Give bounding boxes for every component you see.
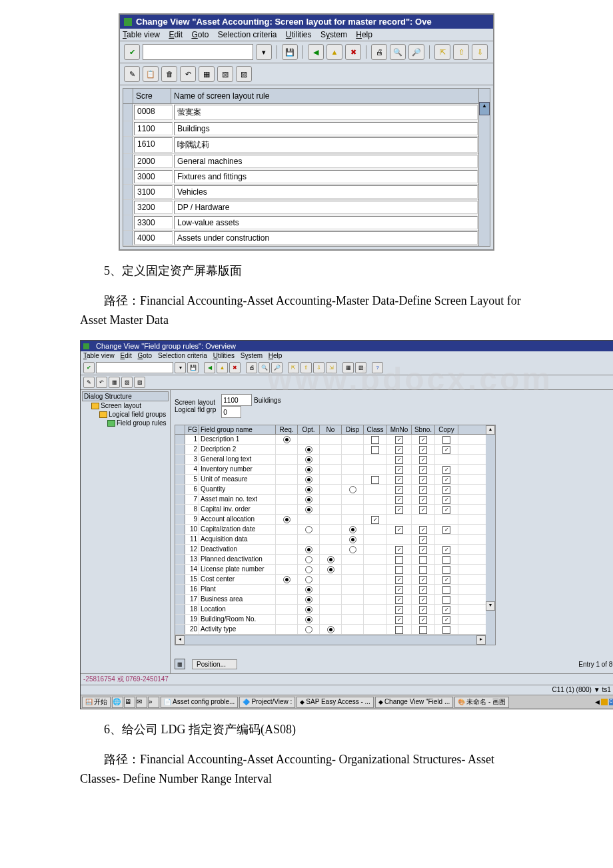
select-all-icon[interactable]: ▦ [109, 377, 120, 388]
exit-icon[interactable]: ▲ [326, 44, 342, 60]
checkbox-icon[interactable] [419, 526, 427, 534]
row-selector[interactable] [175, 595, 185, 604]
checkbox-icon[interactable] [419, 436, 427, 444]
enter-icon[interactable]: ✔ [124, 44, 140, 60]
row-selector[interactable] [175, 565, 185, 574]
cell-name[interactable]: Buildings [174, 122, 478, 135]
radio-icon[interactable] [305, 586, 312, 593]
cell-name[interactable]: General machines [174, 155, 478, 168]
position-button[interactable]: Position... [192, 659, 237, 669]
table-row[interactable]: 15 Cost center [175, 575, 486, 585]
checkbox-icon[interactable] [442, 476, 450, 484]
menu-table-view[interactable]: Table view [123, 30, 160, 39]
help-icon[interactable]: ? [372, 362, 383, 373]
new-entries-icon[interactable]: ✎ [124, 66, 140, 82]
cell-code[interactable]: 0008 [134, 105, 173, 120]
taskbar-item[interactable]: ◆Change View "Field ... [375, 697, 453, 708]
taskbar-item[interactable]: 🎨未命名 - 画图 [454, 697, 509, 708]
checkbox-icon[interactable] [371, 516, 379, 524]
row-selector[interactable] [175, 455, 185, 464]
checkbox-icon[interactable] [442, 466, 450, 474]
menu-bar-2[interactable]: Table view Edit Goto Selection criteria … [81, 351, 613, 361]
checkbox-icon[interactable] [371, 476, 379, 484]
menu-goto[interactable]: Goto [138, 352, 153, 359]
checkbox-icon[interactable] [395, 466, 403, 474]
radio-icon[interactable] [305, 526, 312, 533]
checkbox-icon[interactable] [419, 536, 427, 544]
checkbox-icon[interactable] [442, 586, 450, 594]
radio-icon[interactable] [305, 496, 312, 503]
row-selector[interactable] [123, 104, 133, 121]
radio-icon[interactable] [349, 546, 356, 553]
row-selector[interactable] [175, 535, 185, 544]
checkbox-icon[interactable] [395, 486, 403, 494]
checkbox-icon[interactable] [395, 596, 403, 604]
row-selector[interactable] [123, 200, 133, 215]
checkbox-icon[interactable] [395, 506, 403, 514]
command-field[interactable] [143, 44, 253, 60]
undo-icon[interactable]: ↶ [96, 377, 107, 388]
command-field[interactable] [96, 362, 173, 373]
row-selector[interactable] [175, 505, 185, 514]
checkbox-icon[interactable] [419, 596, 427, 604]
row-selector[interactable] [123, 154, 133, 169]
dropdown-icon[interactable]: ▾ [175, 362, 186, 373]
header-name[interactable]: Name of screen layout rule [171, 89, 478, 103]
checkbox-icon[interactable] [442, 616, 450, 624]
vertical-scrollbar[interactable]: ▲ [478, 89, 490, 246]
first-page-icon[interactable]: ⇱ [288, 362, 299, 373]
checkbox-icon[interactable] [395, 446, 403, 454]
table-row[interactable]: 3200 DP / Hardware [123, 200, 478, 215]
checkbox-icon[interactable] [395, 556, 403, 564]
menu-selection-criteria[interactable]: Selection criteria [218, 30, 277, 39]
checkbox-icon[interactable] [395, 566, 403, 574]
checkbox-icon[interactable] [395, 436, 403, 444]
th-opt[interactable]: Opt. [298, 425, 320, 434]
cell-name[interactable]: Vehicles [174, 185, 478, 199]
select-block-icon[interactable]: ▨ [134, 377, 145, 388]
table-row[interactable]: 11 Acquisition data [175, 535, 486, 545]
th-disp[interactable]: Disp [342, 425, 364, 434]
first-page-icon[interactable]: ⇱ [434, 44, 450, 60]
radio-icon[interactable] [283, 436, 291, 443]
print-icon[interactable]: 🖨 [371, 44, 387, 60]
row-selector[interactable] [175, 625, 185, 634]
row-selector[interactable] [175, 435, 185, 444]
row-selector[interactable] [123, 231, 133, 245]
radio-icon[interactable] [305, 566, 312, 573]
table-row[interactable]: 9 Account allocation [175, 515, 486, 525]
row-selector[interactable] [123, 215, 133, 230]
table-row[interactable]: 13 Planned deactivation [175, 555, 486, 565]
checkbox-icon[interactable] [442, 596, 450, 604]
checkbox-icon[interactable] [395, 576, 403, 584]
checkbox-icon[interactable] [395, 586, 403, 594]
print-icon[interactable]: 🖨 [246, 362, 257, 373]
new-entries-icon[interactable]: ✎ [83, 377, 95, 388]
menu-edit[interactable]: Edit [120, 352, 131, 359]
checkbox-icon[interactable] [442, 446, 450, 454]
row-selector[interactable] [123, 121, 133, 136]
find-next-icon[interactable]: 🔎 [271, 362, 283, 373]
checkbox-icon[interactable] [442, 526, 450, 534]
tray-icon[interactable] [601, 699, 608, 705]
save-icon[interactable]: 💾 [282, 44, 298, 60]
menu-selection-criteria[interactable]: Selection criteria [158, 352, 207, 359]
table-row[interactable]: 5 Unit of measure [175, 475, 486, 485]
prev-page-icon[interactable]: ⇧ [301, 362, 312, 373]
radio-icon[interactable] [305, 486, 312, 493]
th-no[interactable]: No [320, 425, 342, 434]
table-row[interactable]: 17 Business area [175, 595, 486, 605]
logical-fld-value[interactable] [221, 406, 241, 418]
radio-icon[interactable] [305, 456, 312, 463]
copy-icon[interactable]: 📋 [143, 66, 159, 82]
checkbox-icon[interactable] [419, 616, 427, 624]
radio-icon[interactable] [305, 446, 312, 453]
select-all-icon[interactable]: ▦ [199, 66, 215, 82]
checkbox-icon[interactable] [419, 576, 427, 584]
dropdown-icon[interactable]: ▾ [256, 44, 272, 60]
cancel-icon[interactable]: ✖ [345, 44, 361, 60]
checkbox-icon[interactable] [442, 496, 450, 504]
find-icon[interactable]: 🔍 [390, 44, 406, 60]
menu-edit[interactable]: Edit [169, 30, 183, 39]
row-selector[interactable] [123, 169, 133, 184]
